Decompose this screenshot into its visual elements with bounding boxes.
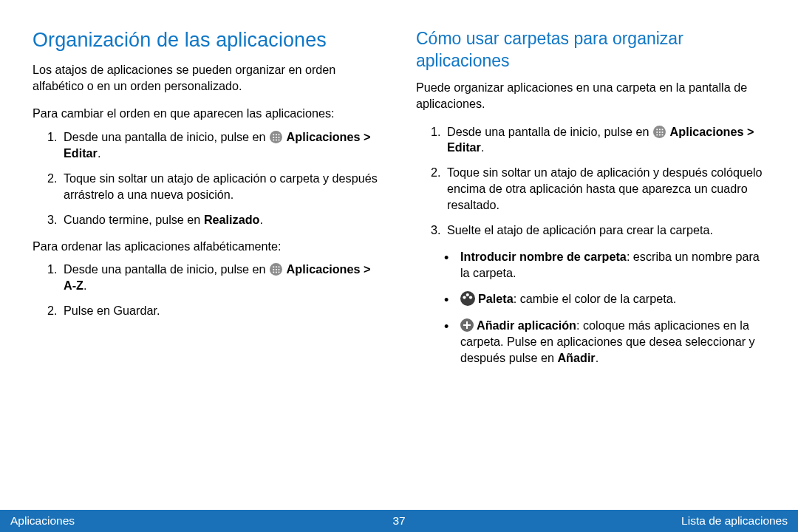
option-name: Añadir aplicación bbox=[477, 318, 576, 332]
bullet-item: Introducir nombre de carpeta: escriba un… bbox=[444, 249, 765, 282]
footer-right: Lista de aplicaciones bbox=[681, 514, 788, 528]
option-name: Introducir nombre de carpeta bbox=[460, 250, 627, 263]
procedure-lead: Para cambiar el orden en que aparecen la… bbox=[33, 106, 382, 122]
manual-page: Organización de las aplicaciones Los ata… bbox=[0, 0, 798, 532]
step-item: Pulse en Guardar. bbox=[61, 303, 382, 319]
bullet-list: Introducir nombre de carpeta: escriba un… bbox=[416, 249, 765, 366]
punct: . bbox=[259, 213, 263, 226]
step-item: Desde una pantalla de inicio, pulse en A… bbox=[61, 262, 382, 294]
left-column: Organización de las aplicaciones Los ata… bbox=[33, 28, 382, 501]
step-text: Desde una pantalla de inicio, pulse en bbox=[447, 125, 652, 138]
page-footer: Aplicaciones 37 Lista de aplicaciones bbox=[0, 510, 798, 532]
punct: . bbox=[98, 146, 101, 160]
ordered-steps: Desde una pantalla de inicio, pulse en A… bbox=[33, 262, 382, 319]
step-item: Suelte el atajo de aplicación para crear… bbox=[444, 222, 765, 239]
footer-left: Aplicaciones bbox=[10, 514, 75, 528]
step-item: Desde una pantalla de inicio, pulse en A… bbox=[444, 124, 765, 157]
page-number: 37 bbox=[392, 514, 405, 528]
apps-grid-icon bbox=[270, 263, 282, 276]
section-heading: Organización de las aplicaciones bbox=[33, 28, 382, 53]
intro-paragraph: Puede organizar aplicaciones en una carp… bbox=[416, 80, 765, 112]
subsection-heading: Cómo usar carpetas para organizar aplica… bbox=[416, 28, 765, 72]
palette-icon bbox=[460, 291, 475, 306]
punct: . bbox=[83, 279, 87, 292]
apps-grid-icon bbox=[270, 131, 282, 143]
procedure-lead: Para ordenar las aplicaciones alfabética… bbox=[33, 239, 382, 255]
intro-paragraph: Los atajos de aplicaciones se pueden org… bbox=[33, 62, 382, 95]
ui-action: Realizado bbox=[204, 213, 260, 226]
bullet-item: Paleta: cambie el color de la carpeta. bbox=[444, 291, 765, 307]
step-text: Cuando termine, pulse en bbox=[64, 213, 204, 226]
two-column-layout: Organización de las aplicaciones Los ata… bbox=[33, 28, 765, 501]
punct: . bbox=[596, 351, 599, 364]
step-item: Desde una pantalla de inicio, pulse en A… bbox=[61, 129, 382, 162]
ordered-steps: Desde una pantalla de inicio, pulse en A… bbox=[33, 129, 382, 228]
punct: . bbox=[481, 140, 485, 154]
step-item: Cuando termine, pulse en Realizado. bbox=[61, 212, 382, 228]
ui-action: Añadir bbox=[557, 351, 595, 364]
option-name: Paleta bbox=[478, 292, 514, 305]
apps-grid-icon bbox=[653, 126, 666, 138]
ordered-steps: Desde una pantalla de inicio, pulse en A… bbox=[416, 124, 765, 239]
step-item: Toque sin soltar un atajo de aplicación … bbox=[61, 171, 382, 203]
right-column: Cómo usar carpetas para organizar aplica… bbox=[416, 28, 765, 501]
option-desc: : cambie el color de la carpeta. bbox=[514, 292, 676, 305]
step-text: Desde una pantalla de inicio, pulse en bbox=[64, 130, 269, 143]
plus-icon bbox=[460, 318, 474, 332]
step-item: Toque sin soltar un atajo de aplicación … bbox=[444, 165, 765, 214]
bullet-item: Añadir aplicación: coloque más aplicacio… bbox=[444, 318, 765, 366]
step-text: Desde una pantalla de inicio, pulse en bbox=[64, 262, 269, 276]
